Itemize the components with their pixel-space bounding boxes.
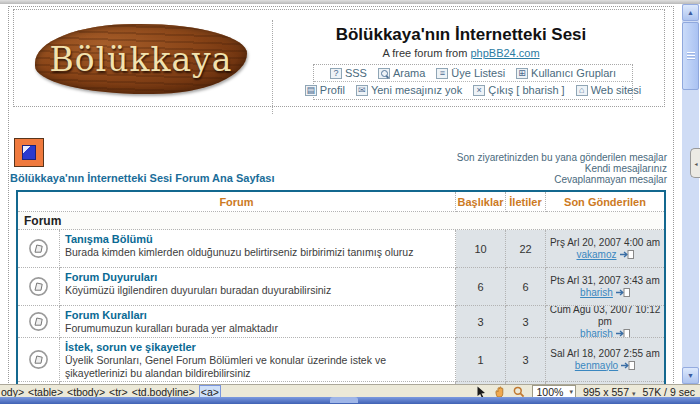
tag-body[interactable]: ody> xyxy=(1,386,24,398)
nav-links-box: ?SSS Arama ≡Üye Listesi ⊞Kullanıcı Grupl… xyxy=(313,64,633,100)
link-own-posts[interactable]: Kendi mesajlarınız xyxy=(457,163,667,174)
nav-mesajlar[interactable]: ✉Yeni mesajınız yok xyxy=(356,84,462,96)
last-post-user-link[interactable]: benmaylo xyxy=(575,360,618,372)
tag-tr[interactable]: <tr> xyxy=(109,386,128,398)
last-post-cell: Prş Arl 20, 2007 4:00 am vakamoz xyxy=(546,230,664,268)
column-header-forum: Forum xyxy=(18,192,456,212)
page-subtitle: A free forum from phpBB24.com xyxy=(268,47,654,59)
chevron-down-icon: ▾ xyxy=(569,388,573,396)
nav-kullanici-gruplari[interactable]: ⊞Kullanıcı Grupları xyxy=(516,67,616,79)
nav-sss[interactable]: ?SSS xyxy=(330,67,367,79)
nav-uye-listesi-label: Üye Listesi xyxy=(451,67,505,79)
topics-count: 3 xyxy=(456,306,506,338)
broken-image-icon xyxy=(22,145,36,160)
forum-description: Burada kimden kimlerden olduğunuzu belir… xyxy=(65,246,450,259)
category-row[interactable]: Forum xyxy=(18,212,664,230)
last-post-user-link[interactable]: bharish xyxy=(580,328,613,339)
question-icon: ? xyxy=(330,68,342,79)
selected-image-placeholder[interactable] xyxy=(14,138,44,167)
dreamweaver-design-view: Bölükkaya Bölükkaya'nın İnternetteki Ses… xyxy=(0,0,700,404)
memberlist-icon: ≡ xyxy=(436,68,448,79)
site-logo-text: Bölükkaya xyxy=(50,40,233,79)
table-row: İstek, sorun ve şikayetler Üyelik Sorunl… xyxy=(18,338,664,382)
vertical-scrollbar[interactable]: ▲ ▼ xyxy=(682,4,699,384)
window-size-value: 995 x 557 xyxy=(583,386,629,398)
phpbb24-link[interactable]: phpBB24.com xyxy=(470,47,539,59)
last-post-cell: Sal Arl 18, 2007 2:55 am benmaylo xyxy=(546,338,664,382)
posts-count: 3 xyxy=(506,338,546,382)
link-new-since-visit[interactable]: Son ziyaretinizden bu yana gönderilen me… xyxy=(457,152,667,163)
nav-profil-label: Profil xyxy=(320,84,345,96)
last-post-date: Pts Arl 31, 2007 3:43 am xyxy=(550,275,660,287)
forum-table: Forum Başlıklar İletiler Son Gönderilen … xyxy=(16,190,666,404)
nav-row-2: ▤Profil ✉Yeni mesajınız yok ×Çıkış [ bha… xyxy=(314,82,632,98)
scrollbar-thumb[interactable] xyxy=(682,22,699,90)
tag-tbody[interactable]: <tbody> xyxy=(67,386,105,398)
usergroups-icon: ⊞ xyxy=(516,68,528,79)
topics-count: 1 xyxy=(456,338,506,382)
goto-last-post-icon[interactable] xyxy=(620,250,634,259)
posts-count: 6 xyxy=(506,268,546,306)
column-header-topics: Başlıklar xyxy=(456,192,506,212)
folder-icon xyxy=(18,268,60,306)
last-post-date: Sal Arl 18, 2007 2:55 am xyxy=(550,348,660,360)
last-post-date: Cum Ağu 03, 2007 10:12 pm xyxy=(546,306,664,328)
select-tool-icon[interactable] xyxy=(476,386,487,398)
hand-tool-icon[interactable] xyxy=(494,386,506,398)
last-post-cell: Cum Ağu 03, 2007 10:12 pm bharish xyxy=(546,306,664,338)
topics-count: 6 xyxy=(456,268,506,306)
last-post-user-link[interactable]: bharish xyxy=(580,287,613,299)
forum-table-header: Forum Başlıklar İletiler Son Gönderilen xyxy=(18,192,664,212)
last-post-date: Prş Arl 20, 2007 4:00 am xyxy=(550,237,660,249)
forum-link[interactable]: Tanışma Bölümü xyxy=(65,233,450,245)
posts-count: 22 xyxy=(506,230,546,268)
window-top-edge xyxy=(0,0,700,4)
search-icon xyxy=(378,68,390,79)
forum-description: Köyümüzü ilgilendiren duyuruları buradan… xyxy=(65,284,450,297)
forum-description: Forumumuzun kuralları burada yer almakta… xyxy=(65,322,450,335)
scroll-down-button[interactable]: ▼ xyxy=(682,367,699,384)
nav-profil[interactable]: ▤Profil xyxy=(305,84,345,96)
topics-count: 10 xyxy=(456,230,506,268)
nav-arama-label: Arama xyxy=(393,67,425,79)
logout-icon: × xyxy=(473,85,485,96)
download-stats: 57K / 9 sec xyxy=(642,386,695,398)
tag-td-bodyline[interactable]: <td.bodyline> xyxy=(132,386,195,398)
folder-icon xyxy=(18,306,60,338)
nav-row-1: ?SSS Arama ≡Üye Listesi ⊞Kullanıcı Grupl… xyxy=(314,65,632,82)
column-header-lastpost: Son Gönderilen xyxy=(546,192,664,212)
status-bar: ody> <table> <tbody> <tr> <td.bodyline> … xyxy=(0,384,700,398)
nav-cikis-label: Çıkış [ bharish ] xyxy=(488,84,564,96)
nav-cikis[interactable]: ×Çıkış [ bharish ] xyxy=(473,84,564,96)
panel-collapse-tab[interactable]: ◂ xyxy=(690,148,700,178)
quick-links: Son ziyaretinizden bu yana gönderilen me… xyxy=(457,152,667,185)
goto-last-post-icon[interactable] xyxy=(616,329,630,338)
forum-description: Üyelik Sorunları, Genel Forum Bölümleri … xyxy=(65,354,450,379)
zoom-level-value: 100% xyxy=(537,386,564,398)
nav-web-sitesi[interactable]: ⌂Web sitesi xyxy=(576,84,642,96)
taskbar-edge xyxy=(0,397,700,404)
nav-sss-label: SSS xyxy=(345,67,367,79)
goto-last-post-icon[interactable] xyxy=(616,288,630,297)
taskbar-edge-highlight xyxy=(330,397,358,403)
page-title: Bölükkaya'nın İnternetteki Sesi xyxy=(268,25,654,45)
last-post-cell: Pts Arl 31, 2007 3:43 am bharish xyxy=(546,268,664,306)
forum-link[interactable]: Forum Duyuruları xyxy=(65,271,450,283)
tag-table[interactable]: <table> xyxy=(28,386,63,398)
nav-uye-listesi[interactable]: ≡Üye Listesi xyxy=(436,67,505,79)
zoom-tool-icon[interactable] xyxy=(513,386,525,398)
forum-index-link[interactable]: Bölükkaya'nın İnternetteki Sesi Forum An… xyxy=(10,172,274,184)
window-size-dropdown[interactable]: 995 x 557 ▾ xyxy=(583,386,636,398)
goto-last-post-icon[interactable] xyxy=(621,361,635,370)
link-unanswered[interactable]: Cevaplanmayan mesajlar xyxy=(457,174,667,185)
forum-link[interactable]: Forum Kuralları xyxy=(65,309,450,321)
column-header-posts: İletiler xyxy=(506,192,546,212)
scroll-up-button[interactable]: ▲ xyxy=(682,4,699,21)
forum-link[interactable]: İstek, sorun ve şikayetler xyxy=(65,341,450,353)
nav-kullanici-gruplari-label: Kullanıcı Grupları xyxy=(531,67,616,79)
last-post-user-link[interactable]: vakamoz xyxy=(576,249,616,261)
site-logo[interactable]: Bölükkaya xyxy=(35,24,247,94)
nav-arama[interactable]: Arama xyxy=(378,67,425,79)
website-icon: ⌂ xyxy=(576,85,588,96)
subtitle-prefix: A free forum from xyxy=(382,47,470,59)
